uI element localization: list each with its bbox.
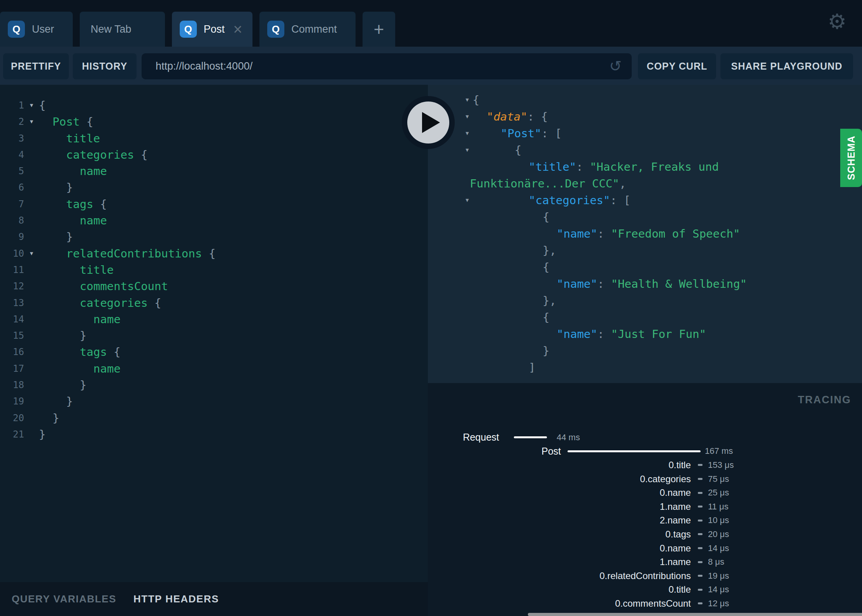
- code-text: }: [39, 179, 73, 196]
- fold-gutter: [24, 327, 39, 344]
- code-text: }: [39, 327, 86, 344]
- tab-user[interactable]: Q User: [0, 12, 73, 47]
- code-line: 8name: [5, 212, 428, 229]
- fold-gutter: [24, 426, 39, 443]
- fold-arrow-icon[interactable]: ▾: [461, 108, 474, 124]
- line-number: 10: [5, 245, 24, 262]
- tab-comment[interactable]: Q Comment: [259, 12, 356, 47]
- code-line: 18}: [5, 377, 428, 393]
- code-text: Post {: [39, 114, 93, 130]
- code-line: 16tags {: [5, 344, 428, 360]
- code-line: 7tags {: [5, 196, 428, 212]
- trace-field-value: 11 μs: [708, 502, 729, 512]
- line-number: 20: [5, 410, 24, 426]
- horizontal-scrollbar-thumb[interactable]: [528, 613, 862, 616]
- tracing-title: TRACING: [798, 394, 851, 406]
- query-type-badge: Q: [180, 21, 197, 38]
- prettify-button[interactable]: PRETTIFY: [3, 53, 69, 79]
- close-tab-icon[interactable]: ×: [233, 21, 242, 37]
- schema-tab-button[interactable]: SCHEMA: [840, 129, 862, 187]
- code-line: 3title: [5, 130, 428, 147]
- fold-arrow-icon[interactable]: ▾: [24, 114, 39, 130]
- response-text: {: [515, 142, 521, 159]
- line-number: 5: [5, 163, 24, 179]
- tracing-rows: Request44 msPost167 ms0.title153 μs0.cat…: [428, 430, 862, 616]
- http-headers-tab[interactable]: HTTP HEADERS: [133, 593, 219, 605]
- code-text: name: [39, 311, 121, 327]
- trace-field-value: 8 μs: [708, 557, 724, 567]
- reload-schema-icon[interactable]: ↺: [609, 57, 622, 75]
- query-editor-lines: 1▾{2▾Post {3title4categories {5name6}7ta…: [5, 97, 428, 443]
- code-text: }: [39, 410, 59, 426]
- code-line: 5name: [5, 163, 428, 179]
- trace-field-label: 0.commentsCount: [428, 598, 691, 609]
- tab-bar: Q User New Tab Q Post × Q Comment + ⚙: [0, 0, 862, 47]
- fold-gutter: [24, 147, 39, 163]
- fold-arrow-icon[interactable]: ▾: [461, 125, 474, 141]
- line-number: 19: [5, 393, 24, 410]
- tracing-panel: TRACING Request44 msPost167 ms0.title153…: [428, 383, 862, 616]
- graphql-playground-window: Q User New Tab Q Post × Q Comment + ⚙ PR…: [0, 0, 862, 616]
- code-line: 11title: [5, 262, 428, 278]
- code-line: 13categories {: [5, 295, 428, 311]
- trace-dash: [698, 589, 703, 591]
- code-line: 6}: [5, 179, 428, 196]
- code-line: 1▾{: [5, 97, 428, 114]
- response-text: "categories": [: [529, 192, 631, 209]
- line-number: 13: [5, 295, 24, 311]
- code-line: 2▾Post {: [5, 114, 428, 130]
- trace-duration-value: 44 ms: [557, 432, 580, 443]
- settings-gear-icon[interactable]: ⚙: [825, 9, 849, 34]
- query-editor[interactable]: 1▾{2▾Post {3title4categories {5name6}7ta…: [0, 85, 428, 582]
- code-text: name: [39, 360, 121, 377]
- code-text: relatedContributions {: [39, 245, 216, 262]
- response-line: },: [428, 242, 862, 259]
- trace-dash: [698, 464, 703, 466]
- response-text: },: [543, 292, 556, 309]
- trace-span-label: Post: [428, 446, 561, 457]
- fold-arrow-icon[interactable]: ▾: [24, 97, 39, 114]
- response-line: ▾{: [428, 142, 862, 159]
- response-text: },: [543, 242, 556, 259]
- query-variables-tab[interactable]: QUERY VARIABLES: [12, 593, 116, 605]
- code-text: name: [39, 163, 107, 179]
- fold-arrow-icon[interactable]: ▾: [461, 192, 474, 208]
- trace-dash: [698, 547, 703, 549]
- line-number: 21: [5, 426, 24, 443]
- trace-field-row: 0.commentsCount12 μs: [428, 597, 862, 611]
- line-number: 16: [5, 344, 24, 360]
- response-text: "data": {: [487, 108, 548, 125]
- fold-arrow-icon[interactable]: ▾: [24, 245, 39, 262]
- trace-dash: [698, 506, 703, 508]
- line-number: 4: [5, 147, 24, 163]
- fold-gutter: [24, 393, 39, 410]
- trace-field-label: 0.tags: [428, 529, 691, 540]
- line-number: 7: [5, 196, 24, 212]
- trace-dash: [698, 492, 703, 494]
- trace-span-label: Request: [428, 432, 499, 443]
- share-playground-button[interactable]: SHARE PLAYGROUND: [720, 53, 853, 79]
- response-text: }: [543, 343, 549, 359]
- tab-post[interactable]: Q Post ×: [172, 12, 252, 47]
- response-text: "name": "Health & Wellbeing": [557, 276, 747, 292]
- tab-new-tab[interactable]: New Tab: [80, 12, 165, 47]
- code-line: 17name: [5, 360, 428, 377]
- execute-query-button[interactable]: [402, 96, 455, 149]
- trace-field-label: 1.name: [428, 556, 691, 567]
- response-line: ]: [428, 359, 862, 376]
- response-line: "name": "Health & Wellbeing": [428, 276, 862, 292]
- response-text: {: [473, 92, 479, 108]
- endpoint-url-input[interactable]: [142, 53, 632, 79]
- fold-arrow-icon[interactable]: ▾: [461, 142, 474, 158]
- trace-field-value: 19 μs: [708, 571, 729, 581]
- trace-field-row: 0.title153 μs: [428, 458, 862, 472]
- history-button[interactable]: HISTORY: [73, 53, 137, 79]
- response-line: {: [428, 259, 862, 276]
- fold-arrow-icon[interactable]: ▾: [461, 92, 474, 107]
- fold-gutter: [24, 212, 39, 229]
- response-lines: ▾{▾"data": {▾"Post": [▾{"title": "Hacker…: [428, 92, 862, 376]
- new-tab-button[interactable]: +: [363, 12, 395, 47]
- response-line: },: [428, 292, 862, 309]
- trace-field-row: 0.title14 μs: [428, 583, 862, 597]
- copy-curl-button[interactable]: COPY CURL: [638, 53, 716, 79]
